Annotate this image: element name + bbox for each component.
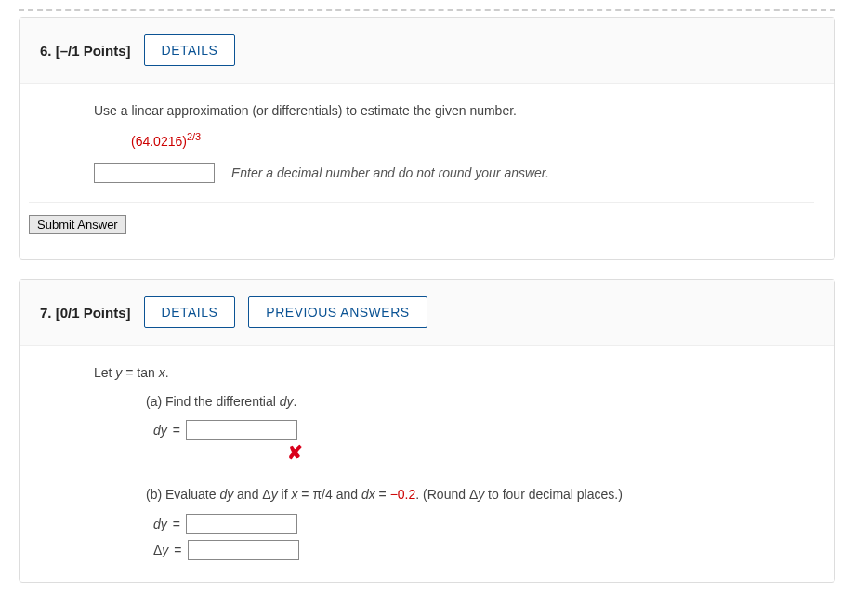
q7-dy2-input[interactable] [186, 514, 297, 534]
q6-answer-row: Enter a decimal number and do not round … [94, 161, 814, 186]
details-button[interactable]: DETAILS [144, 34, 236, 66]
question-7: 7. [0/1 Points] DETAILS PREVIOUS ANSWERS… [19, 279, 835, 583]
let-eq: = tan [122, 365, 158, 380]
q6-expression: (64.0216)2/3 [131, 127, 814, 153]
question-7-header: 7. [0/1 Points] DETAILS PREVIOUS ANSWERS [20, 280, 834, 346]
dy-label: dy [153, 418, 167, 443]
expr-exponent: 2/3 [187, 131, 201, 142]
q7-dy-input[interactable] [186, 420, 297, 440]
q7-let-line: Let y = tan x. [94, 360, 814, 386]
q7-deltay-input[interactable] [188, 540, 299, 560]
b-dy2: y [271, 487, 278, 502]
question-6-title: 6. [–/1 Points] [40, 43, 131, 59]
b-and: and Δ [233, 487, 271, 502]
b-if: if [278, 487, 292, 502]
let-pre: Let [94, 365, 115, 380]
previous-answers-button[interactable]: PREVIOUS ANSWERS [248, 296, 427, 328]
q6-prompt: Use a linear approximation (or different… [94, 98, 814, 124]
q7-deltay-row: Δy = [153, 537, 814, 563]
q6-hint: Enter a decimal number and do not round … [231, 161, 549, 186]
let-post: . [165, 365, 169, 380]
part-a-dy: dy [280, 394, 294, 409]
b-eqpi: = π/4 and [297, 487, 361, 502]
b-neg: −0.2 [390, 487, 416, 502]
eq-sign2: = [173, 512, 180, 537]
question-6-header: 6. [–/1 Points] DETAILS [20, 18, 834, 84]
b-dx: dx [361, 487, 375, 502]
b-dy: dy [219, 487, 233, 502]
eq-sign3: = [174, 538, 181, 563]
top-divider [19, 9, 835, 11]
submit-answer-button[interactable]: Submit Answer [29, 215, 126, 234]
question-6: 6. [–/1 Points] DETAILS Use a linear app… [19, 17, 835, 260]
b-round: . (Round Δ [415, 487, 478, 502]
b-pre: (b) Evaluate [146, 487, 219, 502]
q7-part-b: (b) Evaluate dy and Δy if x = π/4 and dx… [146, 482, 814, 507]
eq-sign: = [173, 418, 180, 443]
wrong-icon: ✘ [287, 435, 303, 470]
dy2-label: dy [153, 512, 167, 537]
deltay-label: Δy [153, 538, 168, 563]
let-x: x [159, 365, 165, 380]
part-a-text: (a) Find the differential [146, 394, 280, 409]
b-round2: to four decimal places.) [484, 487, 623, 502]
q7-part-a: (a) Find the differential dy. [146, 389, 814, 414]
q6-answer-input[interactable] [94, 163, 215, 183]
question-7-title: 7. [0/1 Points] [40, 305, 131, 321]
q6-submit-region: Submit Answer [29, 202, 814, 241]
part-a-post: . [294, 394, 297, 409]
details-button[interactable]: DETAILS [144, 296, 236, 328]
b-eqneg: = [375, 487, 390, 502]
question-7-body: Let y = tan x. (a) Find the differential… [20, 346, 834, 582]
q7-dy2-row: dy = [153, 511, 814, 537]
expr-base: (64.0216) [131, 133, 187, 148]
q7-wrong-row: ✘ [280, 439, 814, 465]
question-6-body: Use a linear approximation (or different… [20, 84, 834, 259]
